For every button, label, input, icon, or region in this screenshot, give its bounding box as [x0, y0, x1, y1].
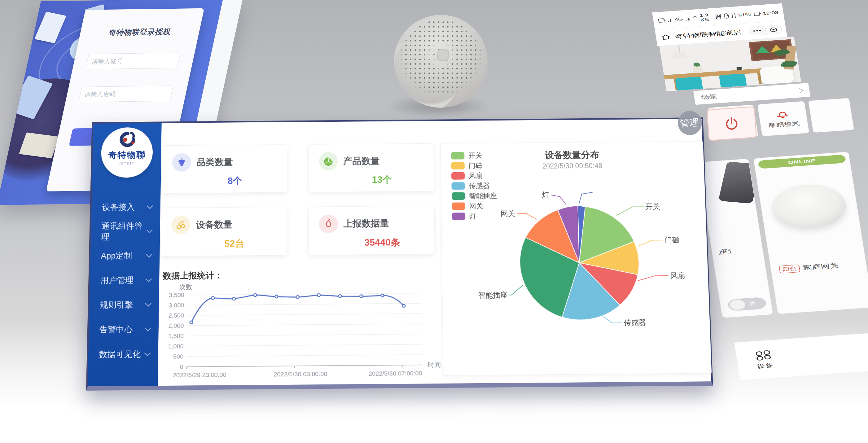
scene-label: 场景: [701, 93, 718, 101]
legend-swatch: [451, 172, 465, 179]
brand-name: 奇特物聯: [108, 149, 146, 161]
svg-text:开关: 开关: [645, 202, 660, 211]
mode-label: 睡眠模式: [768, 120, 800, 129]
svg-text:2,500: 2,500: [168, 312, 184, 319]
legend-swatch: [452, 192, 465, 199]
chevron-down-icon: [145, 300, 152, 307]
sidebar-item-rule-engine[interactable]: 规则引擎: [89, 292, 159, 317]
vibrate-icon: [732, 13, 736, 19]
brand-logo-mark: [116, 131, 138, 150]
password-input[interactable]: [79, 86, 174, 102]
tab-devices[interactable]: 设备: [754, 349, 774, 370]
x-tick-labels: 2022/5/29 23:00:00 2022/5/30 03:00:00 20…: [173, 370, 422, 378]
stat-card-devices: 设备数量 52台: [160, 207, 287, 256]
svg-text:风扇: 风扇: [670, 272, 685, 279]
sidebar-item-app-custom[interactable]: App定制: [90, 243, 160, 268]
sidebar-item-data-visualization[interactable]: 数据可见化: [88, 341, 158, 367]
room-tag: 阳台: [779, 264, 801, 273]
device-name-row: 阳台 家庭网关: [779, 261, 839, 274]
device-name: 家庭网关: [802, 261, 839, 272]
wifi-icon: [693, 16, 697, 20]
svg-text:传感器: 传感器: [624, 318, 646, 327]
lime-icon: [319, 152, 338, 171]
miniprogram-capsule[interactable]: •••: [748, 25, 782, 36]
smart-speaker: [394, 15, 488, 108]
toggle-knob: [729, 299, 746, 310]
more-menu-icon[interactable]: •••: [752, 28, 763, 34]
stat-value: 52台: [161, 237, 287, 251]
sidebar-item-alert-center[interactable]: 告警中心: [89, 317, 159, 342]
power-toggle[interactable]: 关: [727, 297, 767, 311]
close-target-icon[interactable]: [769, 27, 778, 33]
svg-text:网关: 网关: [501, 210, 516, 218]
bell-icon: [774, 109, 791, 120]
report-line-chart: 次数 3,500 3,000 2,500 2,000 1,500 1,000 5…: [161, 281, 452, 383]
brand-logo: 奇特物聯 IOTKIT: [101, 127, 153, 178]
pendant-cord: [678, 44, 680, 53]
sidebar-item-comm-components[interactable]: 通讯组件管理: [91, 219, 160, 244]
composite-scene: 奇特物联登录授权 登录 4G 1.9 K/s N 91%: [0, 0, 868, 443]
pear-icon: [319, 214, 338, 233]
device-name: 座1: [718, 248, 733, 256]
phone-tab-bar: 设备 我: [735, 329, 868, 380]
teal-chair: [719, 73, 747, 87]
speaker-logo: [436, 49, 450, 62]
chevron-right-icon: [796, 88, 804, 93]
legend-swatch: [452, 213, 466, 220]
alarm-icon: [724, 13, 729, 19]
hero-room-image: [659, 37, 801, 91]
sidebar-item-device-access[interactable]: 设备接入: [91, 194, 161, 219]
sidebar-item-user-mgmt[interactable]: 用户管理: [90, 268, 159, 293]
gateway-device-image: [769, 182, 849, 230]
stat-value: 13个: [309, 173, 434, 187]
legend-swatch: [451, 162, 465, 169]
device-distribution-card: 设备数量分布 2022/5/30 09:50:48 开关 门磁 风扇 传感器 智…: [440, 141, 712, 376]
stat-value: 8个: [162, 175, 287, 188]
account-input[interactable]: [86, 53, 181, 69]
device-pie-chart: 开关 门磁 风扇 传感器 智能插座 网关 灯: [468, 177, 699, 347]
svg-text:3,000: 3,000: [168, 302, 184, 309]
teal-chair: [675, 76, 703, 91]
legend-swatch: [452, 202, 465, 210]
legend-item-switch[interactable]: 开关: [451, 150, 496, 161]
stat-card-products: 产品数量 13个: [308, 144, 434, 192]
svg-text:1,500: 1,500: [168, 333, 184, 339]
toggle-state: 关: [748, 300, 756, 307]
brand-subtitle: IOTKIT: [119, 162, 135, 165]
legend-item-door[interactable]: 门磁: [451, 160, 496, 171]
power-button[interactable]: [707, 106, 757, 141]
cherries-icon: [171, 216, 190, 234]
battery-percent: 91%: [738, 12, 751, 17]
x-axis-unit: 时间: [428, 361, 441, 368]
chevron-down-icon: [145, 325, 151, 331]
mode-card-partial[interactable]: [808, 98, 854, 133]
x-axis-line: [186, 365, 422, 367]
svg-text:2022/5/30 03:00:00: 2022/5/30 03:00:00: [274, 371, 327, 378]
stat-label: 品类数量: [196, 156, 233, 168]
mode-card-sleep[interactable]: 睡眠模式: [757, 101, 809, 136]
battery-icon: [753, 12, 760, 16]
tab-label: 设备: [756, 362, 774, 370]
stat-cards: 品类数量 8个 产品数量 13个 设备数量: [160, 144, 435, 256]
svg-text:灯: 灯: [541, 191, 549, 199]
chevron-down-icon: [145, 276, 152, 282]
svg-text:1,000: 1,000: [168, 343, 183, 349]
legend-swatch: [451, 152, 464, 159]
device-card-gateway[interactable]: ONLINE 阳台 家庭网关: [753, 152, 868, 314]
power-icon: [724, 116, 739, 131]
svg-text:0: 0: [180, 363, 183, 370]
svg-text:门磁: 门磁: [665, 236, 680, 244]
admin-dashboard: 奇特物聯 IOTKIT 设备接入 通讯组件管理 App定制 用户管理 规则引擎 …: [86, 118, 713, 391]
chevron-down-icon: [146, 251, 152, 258]
y-axis-unit: 次数: [179, 283, 192, 290]
signal-bars-icon: [686, 17, 690, 21]
home-icon[interactable]: [660, 33, 671, 41]
speaker-grill-dots: [399, 20, 483, 103]
sidebar: 奇特物聯 IOTKIT 设备接入 通讯组件管理 App定制 用户管理 规则引擎 …: [88, 123, 162, 386]
status-time: 12:08: [763, 10, 778, 15]
network-speed: 1.9 K/s: [699, 13, 710, 22]
stat-label: 设备数量: [196, 218, 232, 231]
svg-text:2022/5/30 07:00:00: 2022/5/30 07:00:00: [369, 370, 422, 377]
legend-swatch: [451, 182, 465, 190]
pie-slices: [519, 205, 641, 320]
